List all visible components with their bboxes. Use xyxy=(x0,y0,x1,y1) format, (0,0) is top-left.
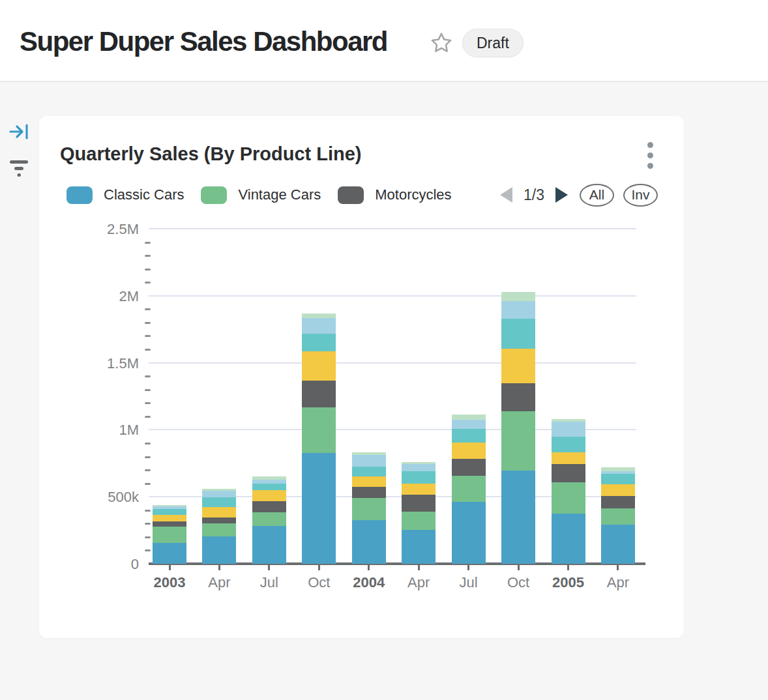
filter-button[interactable] xyxy=(8,160,29,178)
bar-segment[interactable] xyxy=(352,520,386,564)
bar-segment[interactable] xyxy=(202,523,236,536)
bar-segment[interactable] xyxy=(452,420,486,429)
bar-segment[interactable] xyxy=(153,515,186,521)
bar-segment[interactable] xyxy=(153,543,186,564)
legend-invert-button[interactable]: Inv xyxy=(623,184,658,207)
bar-segment[interactable] xyxy=(552,464,585,482)
bar-segment[interactable] xyxy=(202,536,236,564)
bar-segment[interactable] xyxy=(552,452,585,464)
bar-segment[interactable] xyxy=(452,476,486,502)
bar-segment[interactable] xyxy=(601,484,635,496)
bar-segment[interactable] xyxy=(252,490,286,501)
y-minor-tick xyxy=(145,389,151,391)
bar-segment[interactable] xyxy=(501,471,535,564)
x-axis-tick xyxy=(169,565,171,570)
bar-segment[interactable] xyxy=(153,505,186,506)
card-menu-button[interactable] xyxy=(640,139,660,171)
bar-segment[interactable] xyxy=(601,471,635,474)
bar-segment[interactable] xyxy=(601,474,635,484)
chart-card: Quarterly Sales (By Product Line) Classi… xyxy=(39,116,684,638)
bar-segment[interactable] xyxy=(202,489,236,491)
bar-segment[interactable] xyxy=(601,467,635,471)
bar-segment[interactable] xyxy=(153,521,186,527)
bar-segment[interactable] xyxy=(501,301,535,319)
bar-segment[interactable] xyxy=(552,482,585,514)
bar-segment[interactable] xyxy=(402,495,436,512)
y-minor-tick xyxy=(145,335,151,337)
favorite-star-button[interactable] xyxy=(429,31,454,56)
bar-segment[interactable] xyxy=(352,498,386,520)
bar-segment[interactable] xyxy=(352,476,386,487)
y-minor-tick xyxy=(145,456,151,458)
bar-segment[interactable] xyxy=(352,487,386,498)
bar-segment[interactable] xyxy=(501,383,535,411)
legend-item[interactable]: Vintage Cars xyxy=(201,186,321,204)
legend-select-all-button[interactable]: All xyxy=(580,184,614,207)
legend-item[interactable]: Classic Cars xyxy=(66,186,184,204)
bar-segment[interactable] xyxy=(552,419,585,422)
bar-segment[interactable] xyxy=(252,512,286,526)
bar-segment[interactable] xyxy=(302,453,336,564)
x-axis-tick xyxy=(467,565,469,570)
bar-segment[interactable] xyxy=(302,318,336,334)
bar-segment[interactable] xyxy=(501,349,535,383)
bar-segment[interactable] xyxy=(552,514,585,564)
bar-segment[interactable] xyxy=(153,506,186,509)
legend-item[interactable]: Motorcycles xyxy=(338,186,451,204)
y-gridline xyxy=(149,362,636,364)
bar-segment[interactable] xyxy=(302,351,336,381)
x-tick-label: Apr xyxy=(392,574,445,591)
bar-segment[interactable] xyxy=(601,525,635,564)
bar-segment[interactable] xyxy=(252,480,286,484)
bar-segment[interactable] xyxy=(153,509,186,515)
bar-segment[interactable] xyxy=(302,407,336,453)
bar-segment[interactable] xyxy=(501,319,535,349)
bar-segment[interactable] xyxy=(402,464,436,471)
bar-segment[interactable] xyxy=(402,462,436,464)
legend-next-page-button[interactable] xyxy=(555,187,568,203)
bar-segment[interactable] xyxy=(501,411,535,471)
bar-segment[interactable] xyxy=(202,507,236,518)
legend-prev-page-button[interactable] xyxy=(500,187,512,203)
legend-pager: 1/3 All Inv xyxy=(500,184,658,207)
bar-segment[interactable] xyxy=(252,526,286,564)
legend-swatch xyxy=(66,186,93,204)
bar-segment[interactable] xyxy=(552,422,585,437)
bar-segment[interactable] xyxy=(452,429,486,443)
bar-segment[interactable] xyxy=(402,471,436,484)
legend-label: Motorcycles xyxy=(375,186,451,203)
bar-segment[interactable] xyxy=(153,527,186,543)
bar-segment[interactable] xyxy=(302,314,336,318)
bar-segment[interactable] xyxy=(302,334,336,351)
bar-segment[interactable] xyxy=(452,502,486,564)
y-minor-tick xyxy=(145,402,151,404)
bar-segment[interactable] xyxy=(452,459,486,476)
bar-segment[interactable] xyxy=(202,491,236,497)
y-tick-label: 2.5M xyxy=(41,221,139,238)
y-gridline xyxy=(149,228,636,229)
bar-segment[interactable] xyxy=(601,496,635,508)
bar-segment[interactable] xyxy=(352,467,386,476)
bar-segment[interactable] xyxy=(452,443,486,459)
bar-segment[interactable] xyxy=(402,484,436,495)
bar-segment[interactable] xyxy=(352,452,386,455)
bar-segment[interactable] xyxy=(601,508,635,525)
collapse-sidebar-button[interactable] xyxy=(8,124,29,141)
bar-segment[interactable] xyxy=(302,381,336,407)
bar-segment[interactable] xyxy=(402,512,436,530)
y-minor-tick xyxy=(145,349,151,351)
legend-swatch xyxy=(201,186,227,204)
bar-segment[interactable] xyxy=(202,497,236,507)
bar-segment[interactable] xyxy=(252,476,286,480)
bar-segment[interactable] xyxy=(552,437,585,452)
bar-segment[interactable] xyxy=(252,501,286,512)
x-axis-tick xyxy=(268,565,270,570)
bar-segment[interactable] xyxy=(501,292,535,301)
star-icon xyxy=(430,31,453,55)
page-title: Super Duper Sales Dashboard xyxy=(20,26,387,57)
bar-segment[interactable] xyxy=(452,415,486,420)
bar-segment[interactable] xyxy=(252,484,286,490)
bar-segment[interactable] xyxy=(402,530,436,564)
bar-segment[interactable] xyxy=(352,455,386,467)
bar-segment[interactable] xyxy=(202,518,236,523)
